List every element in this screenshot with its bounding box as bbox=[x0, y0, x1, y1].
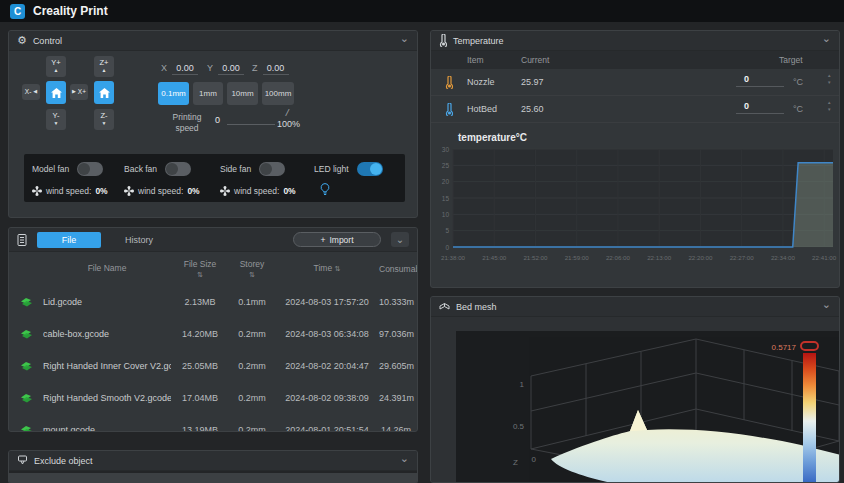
plus-icon: + bbox=[320, 235, 325, 245]
fan-label: Back fan bbox=[124, 164, 157, 174]
wind-speed-value: 0% bbox=[95, 186, 107, 196]
col-file-size[interactable]: File Size ⇅ bbox=[171, 259, 229, 279]
file-size: 14.20MB bbox=[171, 329, 229, 340]
step-button-100mm[interactable]: 100mm bbox=[262, 82, 294, 105]
file-table-body: Lid.gcode2.13MB0.1mm2024-08-03 17:57:201… bbox=[9, 286, 417, 432]
chevron-down-icon[interactable]: ⌄ bbox=[400, 32, 409, 45]
chevron-down-icon[interactable]: ⌄ bbox=[822, 32, 831, 45]
document-icon bbox=[17, 234, 27, 246]
move-x-minus-button[interactable]: X- ◀ bbox=[22, 84, 40, 100]
sort-icon[interactable]: ⇅ bbox=[229, 270, 275, 279]
nozzle-row: Nozzle 25.97 0 °C ▲▼ bbox=[431, 69, 839, 96]
nozzle-label: Nozzle bbox=[467, 77, 495, 87]
model-fan-toggle[interactable] bbox=[77, 162, 103, 176]
file-row[interactable]: mount.gcode13.19MB0.2mm2024-08-01 20:51:… bbox=[9, 414, 417, 432]
svg-text:21:38:00: 21:38:00 bbox=[441, 254, 466, 261]
coordinate-x: X0.00 bbox=[161, 63, 198, 75]
step-button-0.1mm[interactable]: 0.1mm bbox=[158, 82, 189, 105]
control-panel-title: Control bbox=[33, 36, 62, 46]
bed-mesh-plot[interactable]: 1 0.5 0 Z 0.5717 bbox=[456, 331, 840, 483]
home-z-button[interactable] bbox=[94, 81, 114, 104]
control-panel-header[interactable]: ⚙ Control ⌄ bbox=[9, 31, 417, 51]
move-x-plus-button[interactable]: ▶ X+ bbox=[70, 84, 88, 100]
z-tick-1: 1 bbox=[520, 380, 525, 389]
file-name: mount.gcode bbox=[43, 425, 171, 432]
gcode-file-icon bbox=[20, 393, 33, 403]
bed-mesh-panel: Bed mesh ⌄ bbox=[430, 296, 840, 483]
col-consumable[interactable]: Consumable bbox=[379, 264, 418, 274]
z-tick-0: 0 bbox=[532, 455, 537, 464]
file-storey: 0.1mm bbox=[229, 297, 275, 307]
file-consumable: 14.26m bbox=[379, 425, 411, 432]
file-row[interactable]: Lid.gcode2.13MB0.1mm2024-08-03 17:57:201… bbox=[9, 286, 417, 318]
coordinate-y-value: 0.00 bbox=[218, 63, 244, 75]
fan-icon bbox=[124, 186, 134, 196]
temperature-panel-header[interactable]: Temperature ⌄ bbox=[431, 31, 839, 51]
back-fan-toggle[interactable] bbox=[165, 162, 191, 176]
chevron-down-icon[interactable]: ⌄ bbox=[400, 452, 409, 465]
move-y-minus-button[interactable]: Y- ▼ bbox=[46, 109, 66, 130]
temperature-chart-title: temperature°C bbox=[458, 132, 527, 143]
home-xy-button[interactable] bbox=[46, 81, 66, 104]
nozzle-current: 25.97 bbox=[521, 77, 544, 87]
temperature-chart: 05101520253021:38:0021:45:0021:52:0021:5… bbox=[431, 143, 840, 273]
led-light-toggle[interactable] bbox=[357, 162, 383, 176]
move-y-plus-button[interactable]: Y+ ▲ bbox=[46, 56, 66, 77]
coordinate-z-value: 0.00 bbox=[263, 63, 289, 75]
top-bar: C Creality Print bbox=[0, 0, 844, 22]
home-icon bbox=[51, 88, 62, 98]
sort-icon[interactable]: ⇅ bbox=[335, 265, 341, 272]
gcode-file-icon bbox=[20, 329, 33, 339]
side-fan-toggle[interactable] bbox=[259, 162, 285, 176]
svg-text:21:59:00: 21:59:00 bbox=[565, 254, 590, 261]
fan-icon bbox=[32, 186, 42, 196]
import-button[interactable]: + Import bbox=[293, 232, 381, 247]
hotbed-target-stepper[interactable]: ▲▼ bbox=[827, 100, 831, 114]
col-time[interactable]: Time ⇅ bbox=[275, 263, 379, 274]
col-file-name[interactable]: File Name bbox=[43, 263, 171, 274]
right-arrow-icon: ▶ bbox=[72, 89, 76, 95]
fan-label: Model fan bbox=[32, 164, 69, 174]
file-panel-collapse-button[interactable]: ⌄ bbox=[391, 232, 409, 247]
file-size: 2.13MB bbox=[171, 297, 229, 308]
control-panel: ⚙ Control ⌄ Y+ ▲ Z+ ▲ X- ◀ ▶ X+ Y- ▼ bbox=[8, 30, 418, 218]
printing-speed-max: 100% bbox=[277, 119, 300, 129]
file-panel-header: File History + Import ⌄ bbox=[9, 228, 417, 252]
coordinate-y: Y0.00 bbox=[207, 63, 244, 75]
col-storey[interactable]: Storey ⇅ bbox=[229, 259, 275, 279]
thermometer-icon bbox=[439, 34, 447, 47]
fan-column-side-fan: Side fanwind speed:0% bbox=[220, 162, 296, 197]
control-panel-body: Y+ ▲ Z+ ▲ X- ◀ ▶ X+ Y- ▼ Z- ▼ bbox=[9, 51, 417, 217]
gear-icon: ⚙ bbox=[17, 34, 27, 47]
tab-history[interactable]: History bbox=[125, 235, 153, 245]
move-z-plus-button[interactable]: Z+ ▲ bbox=[94, 56, 114, 77]
move-z-minus-button[interactable]: Z- ▼ bbox=[94, 109, 114, 130]
file-time: 2024-08-03 17:57:20 bbox=[275, 297, 379, 307]
chevron-down-icon[interactable]: ⌄ bbox=[822, 298, 831, 311]
nozzle-target-stepper[interactable]: ▲▼ bbox=[827, 73, 831, 87]
printing-speed-track[interactable] bbox=[227, 124, 275, 125]
exclude-object-header[interactable]: Exclude object ⌄ bbox=[9, 451, 417, 471]
hotbed-target-input[interactable]: 0 bbox=[736, 101, 784, 114]
file-name: Right Handed Inner Cover V2.gcode bbox=[43, 361, 171, 371]
bed-mesh-header[interactable]: Bed mesh ⌄ bbox=[431, 297, 839, 317]
printing-speed-input[interactable]: 0 bbox=[215, 115, 220, 125]
nozzle-target-input[interactable]: 0 bbox=[736, 74, 784, 87]
file-row[interactable]: Right Handed Smooth V2.gcode17.04MB0.2mm… bbox=[9, 382, 417, 414]
sort-icon[interactable]: ⇅ bbox=[171, 270, 229, 279]
file-storey: 0.2mm bbox=[229, 329, 275, 339]
tab-file[interactable]: File bbox=[37, 232, 101, 248]
svg-text:22:13:00: 22:13:00 bbox=[647, 254, 672, 261]
wind-speed-label: wind speed: bbox=[138, 186, 183, 196]
file-row[interactable]: Right Handed Inner Cover V2.gcode25.05MB… bbox=[9, 350, 417, 382]
wind-speed-value: 0% bbox=[283, 186, 295, 196]
svg-text:10: 10 bbox=[442, 211, 450, 218]
hotbed-thermometer-icon bbox=[445, 103, 453, 118]
file-row[interactable]: cable-box.gcode14.20MB0.2mm2024-08-03 06… bbox=[9, 318, 417, 350]
nozzle-thermometer-icon bbox=[445, 76, 453, 91]
svg-text:30: 30 bbox=[442, 146, 450, 153]
step-button-1mm[interactable]: 1mm bbox=[193, 82, 223, 105]
nozzle-unit: °C bbox=[793, 77, 803, 87]
step-button-10mm[interactable]: 10mm bbox=[227, 82, 258, 105]
fan-label: Side fan bbox=[220, 164, 251, 174]
